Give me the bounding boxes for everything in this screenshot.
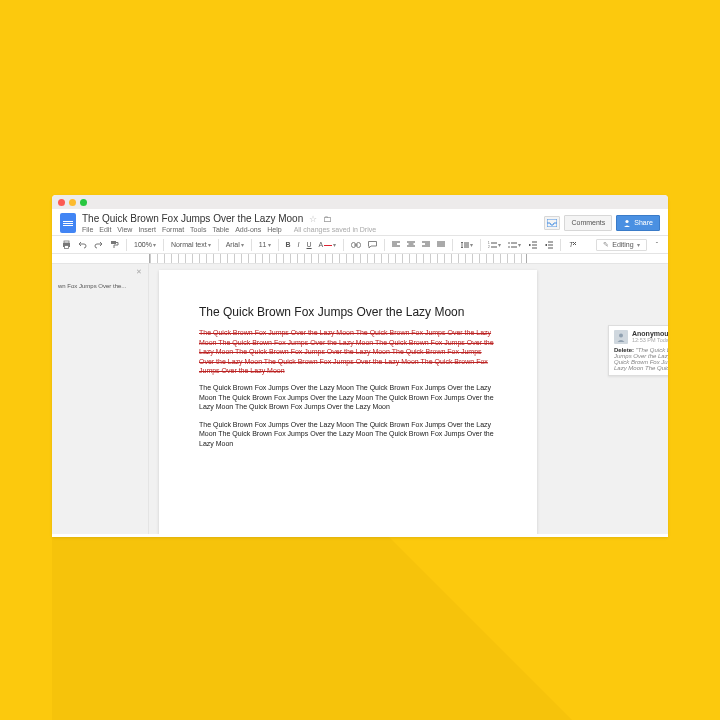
app-window: The Quick Brown Fox Jumps Over the Lazy … bbox=[52, 195, 668, 537]
menu-view[interactable]: View bbox=[117, 226, 132, 233]
separator bbox=[278, 239, 279, 251]
link-icon[interactable] bbox=[349, 241, 363, 249]
separator bbox=[163, 239, 164, 251]
italic-button[interactable]: I bbox=[296, 240, 302, 249]
fontsize-selector[interactable]: 11▾ bbox=[257, 240, 273, 249]
menu-insert[interactable]: Insert bbox=[138, 226, 156, 233]
undo-icon[interactable] bbox=[76, 240, 89, 250]
comments-button[interactable]: Comments bbox=[564, 215, 612, 231]
minimize-window-icon[interactable] bbox=[69, 199, 76, 206]
print-icon[interactable] bbox=[60, 239, 73, 250]
clear-formatting-icon[interactable]: T bbox=[566, 239, 579, 250]
deleted-paragraph[interactable]: The Quick Brown Fox Jumps Over the Lazy … bbox=[199, 328, 497, 375]
svg-point-28 bbox=[508, 242, 510, 244]
separator bbox=[218, 239, 219, 251]
menu-format[interactable]: Format bbox=[162, 226, 184, 233]
app-header: The Quick Brown Fox Jumps Over the Lazy … bbox=[52, 209, 668, 236]
close-icon[interactable]: ✕ bbox=[136, 268, 142, 276]
page-area[interactable]: The Quick Brown Fox Jumps Over the Lazy … bbox=[149, 264, 668, 534]
outdent-icon[interactable] bbox=[526, 240, 539, 250]
traffic-lights bbox=[58, 199, 87, 206]
page-heading[interactable]: The Quick Brown Fox Jumps Over the Lazy … bbox=[199, 304, 497, 320]
separator bbox=[343, 239, 344, 251]
share-label: Share bbox=[634, 218, 653, 228]
svg-rect-3 bbox=[64, 241, 69, 243]
suggestion-card[interactable]: Anonymous 12:53 PM Today ✓ ✕ Delete: "Th… bbox=[608, 325, 668, 376]
align-center-icon[interactable] bbox=[405, 240, 417, 249]
align-justify-icon[interactable] bbox=[435, 240, 447, 249]
inbox-icon[interactable] bbox=[544, 216, 560, 230]
text-color-button[interactable]: A▾ bbox=[317, 240, 339, 249]
editor-body: ✕ wn Fox Jumps Over the... The Quick Bro… bbox=[52, 264, 668, 534]
paint-format-icon[interactable] bbox=[108, 239, 121, 250]
document-page[interactable]: The Quick Brown Fox Jumps Over the Lazy … bbox=[159, 270, 537, 534]
svg-point-41 bbox=[619, 334, 623, 338]
title-block: The Quick Brown Fox Jumps Over the Lazy … bbox=[82, 213, 544, 233]
underline-button[interactable]: U bbox=[305, 240, 314, 249]
menu-bar: File Edit View Insert Format Tools Table… bbox=[82, 226, 544, 233]
toolbar: 100%▾ Normal text▾ Arial▾ 11▾ B I U A▾ ▾… bbox=[52, 236, 668, 254]
separator bbox=[126, 239, 127, 251]
svg-point-1 bbox=[626, 220, 629, 223]
svg-rect-4 bbox=[65, 246, 69, 249]
header-actions: Comments Share bbox=[544, 215, 660, 231]
folder-icon[interactable]: 🗀 bbox=[323, 214, 332, 224]
bold-button[interactable]: B bbox=[284, 240, 293, 249]
close-window-icon[interactable] bbox=[58, 199, 65, 206]
add-comment-icon[interactable] bbox=[366, 240, 379, 250]
line-spacing-icon[interactable]: ▾ bbox=[458, 240, 475, 250]
separator bbox=[384, 239, 385, 251]
maximize-window-icon[interactable] bbox=[80, 199, 87, 206]
chevron-down-icon: ▾ bbox=[637, 241, 640, 248]
svg-text:2: 2 bbox=[488, 245, 490, 249]
document-title[interactable]: The Quick Brown Fox Jumps Over the Lazy … bbox=[82, 213, 303, 224]
font-selector[interactable]: Arial▾ bbox=[224, 240, 246, 249]
window-titlebar[interactable] bbox=[52, 195, 668, 209]
separator bbox=[452, 239, 453, 251]
share-button[interactable]: Share bbox=[616, 215, 660, 231]
avatar-icon bbox=[614, 330, 628, 344]
menu-edit[interactable]: Edit bbox=[99, 226, 111, 233]
redo-icon[interactable] bbox=[92, 240, 105, 250]
outline-item[interactable]: wn Fox Jumps Over the... bbox=[52, 280, 148, 292]
svg-point-29 bbox=[508, 246, 510, 248]
separator bbox=[480, 239, 481, 251]
menu-table[interactable]: Table bbox=[212, 226, 229, 233]
star-icon[interactable]: ☆ bbox=[309, 214, 317, 224]
paragraph[interactable]: The Quick Brown Fox Jumps Over the Lazy … bbox=[199, 383, 497, 411]
style-selector[interactable]: Normal text▾ bbox=[169, 240, 213, 249]
separator bbox=[251, 239, 252, 251]
bullet-list-icon[interactable]: ▾ bbox=[506, 240, 523, 250]
mode-label: Editing bbox=[612, 241, 633, 248]
separator bbox=[560, 239, 561, 251]
paragraph[interactable]: The Quick Brown Fox Jumps Over the Lazy … bbox=[199, 420, 497, 448]
menu-addons[interactable]: Add-ons bbox=[235, 226, 261, 233]
menu-help[interactable]: Help bbox=[267, 226, 281, 233]
pencil-icon: ✎ bbox=[603, 241, 609, 249]
comment-time: 12:53 PM Today bbox=[632, 337, 668, 343]
mode-selector[interactable]: ✎ Editing ▾ bbox=[596, 239, 646, 251]
chevron-up-icon[interactable]: ˆ bbox=[654, 240, 660, 249]
save-status: All changes saved in Drive bbox=[294, 226, 377, 233]
numbered-list-icon[interactable]: 12▾ bbox=[486, 240, 503, 250]
indent-icon[interactable] bbox=[542, 240, 555, 250]
comment-author: Anonymous bbox=[632, 330, 668, 337]
menu-tools[interactable]: Tools bbox=[190, 226, 206, 233]
zoom-selector[interactable]: 100%▾ bbox=[132, 240, 158, 249]
ruler-scale bbox=[149, 254, 527, 263]
menu-file[interactable]: File bbox=[82, 226, 93, 233]
comment-body: Delete: "The Quick Brown Fox Jumps Over … bbox=[614, 347, 668, 371]
svg-rect-5 bbox=[111, 241, 116, 244]
align-right-icon[interactable] bbox=[420, 240, 432, 249]
outline-panel: ✕ wn Fox Jumps Over the... bbox=[52, 264, 149, 534]
ruler[interactable] bbox=[52, 254, 668, 264]
align-left-icon[interactable] bbox=[390, 240, 402, 249]
person-icon bbox=[623, 219, 631, 227]
docs-logo-icon[interactable] bbox=[60, 213, 76, 233]
